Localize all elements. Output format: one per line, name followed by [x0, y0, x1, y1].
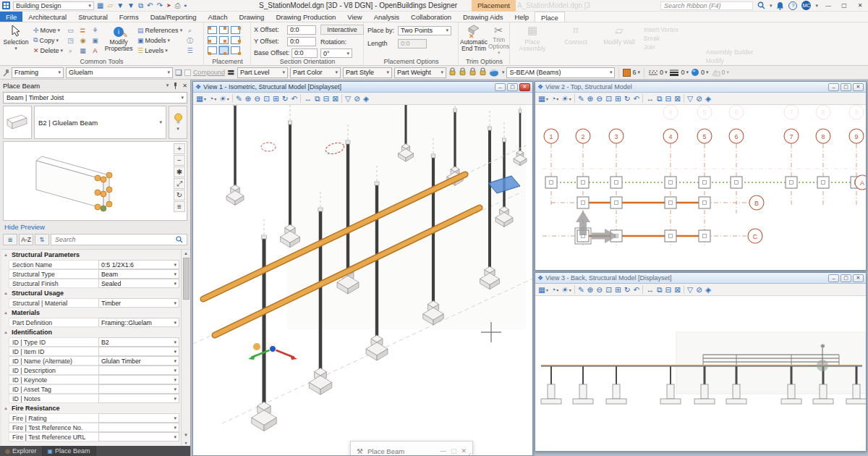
compound-checkbox[interactable] — [184, 69, 191, 76]
zoom-out-icon[interactable]: ⊖ — [596, 94, 603, 103]
adjust-lighting-icon[interactable]: ☀▾ — [561, 94, 571, 103]
preview-zoom-out-button[interactable]: − — [174, 155, 185, 166]
param-value-combo[interactable]: ▾ — [98, 384, 179, 394]
pattern-icon[interactable]: ▦ — [77, 46, 89, 56]
pan-view-icon[interactable]: ↔ — [646, 94, 654, 103]
rotate-view-icon[interactable]: ↻ — [282, 94, 289, 103]
view2-restore-button[interactable]: ▢ — [841, 83, 851, 91]
chevron-down-icon[interactable]: ▾ — [502, 69, 505, 75]
param-value-combo[interactable]: ▾ — [98, 423, 179, 432]
saved-views-icon[interactable]: ◈ — [705, 285, 711, 294]
references-button[interactable]: ▤References▾ — [136, 25, 184, 35]
drop-element-icon[interactable]: ◳ — [64, 35, 77, 46]
line-weight-control[interactable]: 0▾ — [669, 69, 689, 76]
pin-icon[interactable]: ➤ — [166, 2, 171, 9]
workspace-combo[interactable]: Building Design ▾ — [13, 1, 94, 10]
fence-tools-icon[interactable]: ▭ — [64, 25, 77, 35]
window-tile-icon[interactable]: ⊠ — [332, 94, 339, 103]
clear-emphasis-icon[interactable]: ✎ — [578, 94, 584, 103]
zoom-in-icon[interactable]: ⊕ — [587, 285, 594, 294]
clip-volume-icon[interactable]: ▽ — [345, 94, 351, 103]
view2-minimize-button[interactable]: ‒ — [828, 83, 839, 91]
copy-settings-icon[interactable]: ⧉ — [138, 1, 143, 10]
view3-close-button[interactable]: ✕ — [853, 274, 864, 282]
resize-grip[interactable] — [465, 453, 471, 455]
layers-stack-icon[interactable]: ❏ — [175, 68, 182, 77]
view3-content[interactable]: ✱ — [535, 296, 866, 451]
priority-control[interactable]: 0▾ — [691, 68, 709, 77]
bottom-tab-place-beam[interactable]: ▣Place Beam — [43, 446, 96, 456]
lock-weight-icon[interactable] — [479, 67, 487, 77]
models-button[interactable]: ▣Models▾ — [136, 35, 184, 45]
preview-light-button[interactable]: ▾ — [169, 106, 187, 139]
zoom-in-icon[interactable]: ⊕ — [245, 94, 252, 103]
pin-icon[interactable] — [3, 69, 9, 77]
placement-point-4[interactable] — [219, 36, 229, 44]
lock-style-icon[interactable] — [469, 67, 477, 77]
tab-structural[interactable]: Structural — [72, 12, 114, 22]
adjust-lighting-icon[interactable]: ☀▾ — [561, 285, 571, 294]
parameters-scrollbar[interactable]: ▲ ▼ ▾ — [181, 250, 190, 446]
window-tile-icon[interactable]: ⊠ — [674, 285, 681, 294]
clip-volume-icon[interactable]: ▽ — [687, 285, 693, 294]
scroll-up-icon[interactable]: ▲ — [184, 250, 188, 257]
lock-level-icon[interactable] — [448, 67, 456, 77]
active-settings-globe-icon[interactable] — [489, 68, 500, 77]
minimize-button[interactable]: — — [822, 1, 834, 10]
notifications-bell-icon[interactable] — [776, 1, 784, 10]
window-area-icon[interactable]: ⊡ — [605, 285, 612, 294]
compound-toggle[interactable]: Compound — [184, 69, 225, 76]
placement-point-1[interactable] — [219, 26, 229, 34]
view3-titlebar[interactable]: ❖ View 3 - Back, Structural Model [Displ… — [535, 273, 866, 284]
window-area-icon[interactable]: ⊡ — [605, 94, 612, 103]
trim-options-button[interactable]: ✂ Trim Options ▾ — [488, 24, 509, 56]
close-button[interactable]: ✕ — [854, 1, 866, 10]
x-offset-field[interactable]: 0:0 — [287, 25, 316, 35]
tab-view[interactable]: View — [341, 12, 367, 22]
placement-point-7[interactable] — [219, 46, 229, 54]
clear-emphasis-icon[interactable]: ✎ — [578, 285, 584, 294]
placement-point-8[interactable] — [231, 46, 240, 54]
restore-button[interactable]: ▢ — [838, 1, 850, 10]
preview-pan-button[interactable]: ✱ — [174, 166, 185, 177]
family-combo[interactable]: Framing▾ — [12, 67, 64, 78]
param-group-fire-resistance[interactable]: ▲Fire Resistance — [1, 403, 190, 413]
view1-titlebar[interactable]: ❖ View 1 - Isometric, Structural Model [… — [193, 82, 532, 93]
preview-display-mode-button[interactable]: ≡ — [174, 201, 185, 212]
panel-search-input[interactable] — [55, 236, 176, 243]
active-settings-combo[interactable]: S-BEAM (Beams)▾ — [506, 67, 615, 78]
print-icon[interactable]: ⎙ — [175, 1, 181, 10]
tab-help[interactable]: Help — [509, 12, 535, 22]
part-weight-combo[interactable]: Part Weight▾ — [394, 67, 446, 78]
preview-fit-button[interactable]: ⤢ — [174, 178, 185, 189]
display-style-icon[interactable]: ◔▾ — [551, 285, 558, 294]
view1-restore-button[interactable]: ▢ — [507, 83, 518, 91]
display-style-icon[interactable]: ◔▾ — [209, 94, 216, 103]
copy-view-icon[interactable]: ⧉ — [657, 285, 663, 295]
view-flags-icon[interactable]: ⊟ — [665, 94, 671, 103]
match-attributes-icon[interactable]: 〓 — [77, 25, 89, 35]
saved-views-icon[interactable]: ◈ — [363, 94, 369, 103]
place-by-combo[interactable]: Two Points ▾ — [398, 26, 451, 35]
fit-view-icon[interactable]: ⊞ — [615, 285, 621, 294]
tool-dialog-minimize-icon[interactable]: — — [440, 447, 446, 455]
rotate-view-icon[interactable]: ↻ — [624, 94, 631, 103]
param-value-combo[interactable]: 0:5 1/2X1:6▾ — [98, 260, 179, 269]
automatic-end-trim-button[interactable]: ✕ Automatic End Trim — [461, 24, 487, 56]
type-combo[interactable]: Gluelam▾ — [66, 67, 173, 78]
undo-view-icon[interactable]: ↶ — [292, 94, 298, 103]
tab-data-reporting[interactable]: Data/Reporting — [145, 12, 203, 22]
param-value-combo[interactable]: Beam▾ — [98, 269, 179, 279]
filter-sort-button[interactable]: ⇅ — [35, 234, 49, 245]
scroll-down-icon[interactable]: ▼ — [184, 431, 188, 439]
place-beam-tool-dialog[interactable]: ⚒ Place Beam — ▢ ✕ — [350, 441, 473, 455]
search-options-chevron-icon[interactable]: ▾ — [770, 3, 773, 9]
placement-point-0[interactable] — [208, 26, 217, 34]
user-avatar[interactable]: MC — [801, 1, 811, 10]
tab-architectural[interactable]: Architectural — [22, 12, 72, 22]
rotation-combo[interactable]: 0° ▾ — [320, 48, 352, 58]
tab-analysis[interactable]: Analysis — [368, 12, 405, 22]
param-value-combo[interactable]: ▾ — [98, 413, 179, 423]
beam-family-combo[interactable]: Beam | Timber Joist ▾ — [3, 92, 187, 104]
adjust-lighting-icon[interactable]: ☀▾ — [219, 94, 229, 103]
